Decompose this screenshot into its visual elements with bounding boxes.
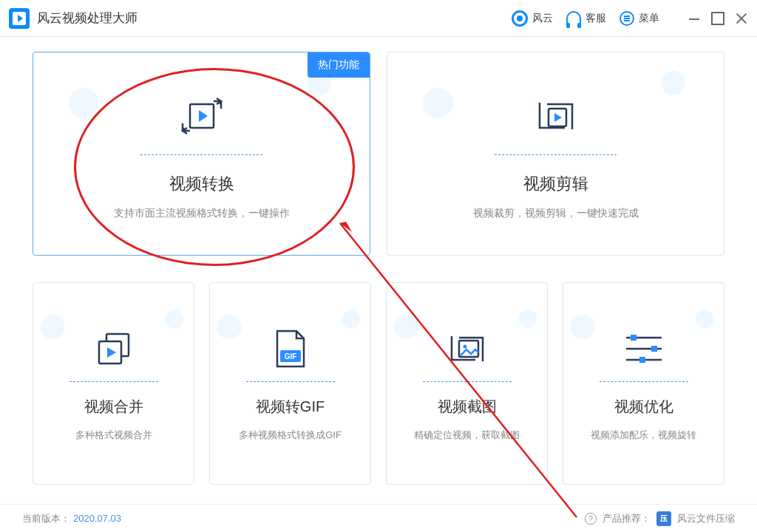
crosshair-icon xyxy=(512,10,528,27)
svg-text:GIF: GIF xyxy=(284,352,296,361)
divider xyxy=(246,381,335,382)
help-icon[interactable]: ? xyxy=(585,513,597,525)
svg-rect-16 xyxy=(639,357,645,363)
support-label: 客服 xyxy=(585,12,606,25)
recommend-label: 产品推荐： xyxy=(602,512,651,525)
card-video-merge[interactable]: 视频合并 多种格式视频合并 xyxy=(33,282,194,485)
version-value: 2020.07.03 xyxy=(73,513,121,524)
close-button[interactable] xyxy=(735,12,748,25)
divider xyxy=(495,154,617,155)
fengyun-label: 风云 xyxy=(532,12,553,25)
footer-right: ? 产品推荐： 压 风云文件压缩 xyxy=(585,511,735,526)
card-title: 视频剪辑 xyxy=(523,173,588,195)
maximize-button[interactable] xyxy=(711,12,724,25)
video-capture-icon xyxy=(446,325,489,372)
video-merge-icon xyxy=(93,325,135,372)
svg-rect-14 xyxy=(651,346,657,352)
fengyun-link[interactable]: 风云 xyxy=(512,10,553,27)
video-optimize-icon xyxy=(623,325,665,372)
card-desc: 多种格式视频合并 xyxy=(75,429,152,442)
divider xyxy=(69,381,158,382)
card-title: 视频转换 xyxy=(169,173,234,195)
divider xyxy=(423,381,512,382)
app-title: 风云视频处理大师 xyxy=(37,10,138,27)
card-title: 视频合并 xyxy=(84,397,143,417)
hot-badge: 热门功能 xyxy=(308,52,370,78)
svg-marker-3 xyxy=(554,113,562,122)
recommend-product[interactable]: 风云文件压缩 xyxy=(677,512,735,525)
svg-marker-1 xyxy=(199,110,208,122)
menu-icon xyxy=(619,11,634,26)
bottom-cards-row: 视频合并 多种格式视频合并 GIF 视频转GIF 多种视频格式转换成GIF xyxy=(33,282,724,485)
window-controls xyxy=(688,12,748,25)
support-link[interactable]: 客服 xyxy=(566,11,606,26)
version-label: 当前版本： xyxy=(22,512,70,525)
card-video-convert[interactable]: 热门功能 视频转换 支持市面主流视频格式转换，一键操作 xyxy=(33,52,370,256)
top-cards-row: 热门功能 视频转换 支持市面主流视频格式转换，一键操作 xyxy=(33,52,724,256)
video-gif-icon: GIF xyxy=(271,325,310,372)
card-desc: 视频裁剪，视频剪辑，一键快速完成 xyxy=(473,207,639,220)
svg-point-10 xyxy=(463,345,466,349)
recommend-logo-icon: 压 xyxy=(656,511,671,526)
card-title: 视频优化 xyxy=(614,397,673,417)
footer: 当前版本： 2020.07.03 ? 产品推荐： 压 风云文件压缩 xyxy=(0,504,757,532)
titlebar-actions: 风云 客服 菜单 xyxy=(512,10,748,27)
video-convert-icon xyxy=(180,88,224,144)
app-logo-icon xyxy=(9,8,30,29)
main-content: 热门功能 视频转换 支持市面主流视频格式转换，一键操作 xyxy=(0,37,757,485)
card-title: 视频转GIF xyxy=(256,397,325,417)
menu-label: 菜单 xyxy=(639,12,659,25)
card-video-gif[interactable]: GIF 视频转GIF 多种视频格式转换成GIF xyxy=(209,282,371,485)
divider xyxy=(140,154,262,155)
card-video-optimize[interactable]: 视频优化 视频添加配乐，视频旋转 xyxy=(563,282,724,485)
svg-rect-12 xyxy=(631,335,637,341)
menu-link[interactable]: 菜单 xyxy=(619,11,659,26)
divider xyxy=(600,381,688,382)
card-desc: 多种视频格式转换成GIF xyxy=(239,429,342,442)
card-desc: 精确定位视频，获取截图 xyxy=(414,429,520,442)
card-video-edit[interactable]: 视频剪辑 视频裁剪，视频剪辑，一键快速完成 xyxy=(387,52,724,256)
card-video-capture[interactable]: 视频截图 精确定位视频，获取截图 xyxy=(386,282,548,485)
titlebar: 风云视频处理大师 风云 客服 菜单 xyxy=(0,0,757,37)
headset-icon xyxy=(566,11,581,26)
card-desc: 视频添加配乐，视频旋转 xyxy=(591,429,696,442)
minimize-button[interactable] xyxy=(688,12,701,25)
card-title: 视频截图 xyxy=(438,397,497,417)
card-desc: 支持市面主流视频格式转换，一键操作 xyxy=(114,207,290,220)
video-edit-icon xyxy=(532,88,580,144)
